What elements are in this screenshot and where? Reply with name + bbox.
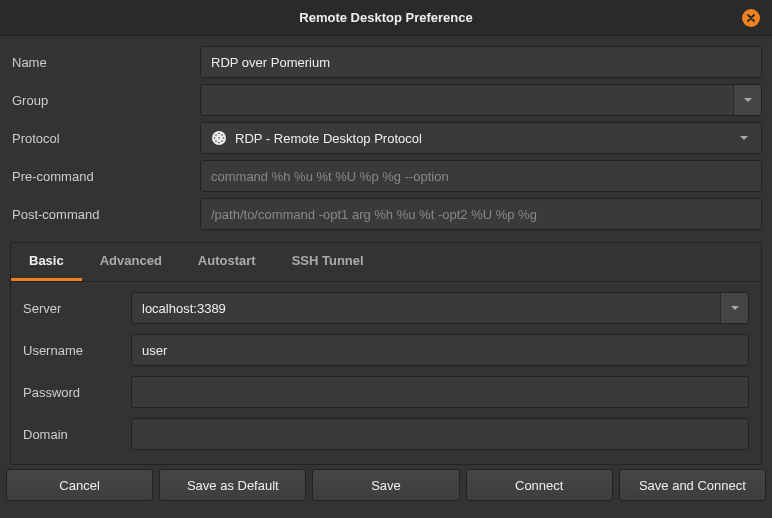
field-group: Group [10,84,762,116]
save-button[interactable]: Save [312,469,459,501]
svg-point-2 [218,133,220,135]
server-combo[interactable] [131,292,749,324]
label-password: Password [23,385,131,400]
label-name: Name [10,55,200,70]
server-combo-button[interactable] [720,293,748,323]
field-server: Server [23,292,749,324]
svg-point-1 [218,137,220,139]
pre-command-input[interactable] [200,160,762,192]
username-input[interactable] [131,334,749,366]
svg-point-8 [215,140,217,142]
chevron-down-icon [740,136,748,140]
svg-point-6 [215,134,217,136]
chevron-down-icon [731,306,739,310]
close-button[interactable] [742,9,760,27]
field-name: Name [10,46,762,78]
form-content: Name Group Protocol [0,36,772,465]
save-as-default-button[interactable]: Save as Default [159,469,306,501]
field-password: Password [23,376,749,408]
close-icon [746,13,756,23]
tab-basic[interactable]: Basic [11,243,82,281]
svg-point-3 [218,142,220,144]
titlebar-title: Remote Desktop Preference [299,10,472,25]
tab-advanced[interactable]: Advanced [82,243,180,281]
group-combo[interactable] [200,84,762,116]
field-domain: Domain [23,418,749,450]
connect-button[interactable]: Connect [466,469,613,501]
label-domain: Domain [23,427,131,442]
field-post-command: Post-command [10,198,762,230]
protocol-combo[interactable]: RDP - Remote Desktop Protocol [200,122,762,154]
field-protocol: Protocol [10,122,762,154]
name-input[interactable] [200,46,762,78]
protocol-combo-button[interactable] [727,123,761,153]
group-combo-button[interactable] [733,85,761,115]
tab-bar: Basic Advanced Autostart SSH Tunnel [11,243,761,282]
server-input[interactable] [132,292,720,324]
post-command-input[interactable] [200,198,762,230]
field-username: Username [23,334,749,366]
label-username: Username [23,343,131,358]
domain-input[interactable] [131,418,749,450]
label-protocol: Protocol [10,131,200,146]
group-combo-value [201,85,733,115]
label-pre-command: Pre-command [10,169,200,184]
titlebar: Remote Desktop Preference [0,0,772,36]
label-server: Server [23,301,131,316]
rdp-icon [211,130,227,146]
chevron-down-icon [744,98,752,102]
protocol-combo-value: RDP - Remote Desktop Protocol [235,131,422,146]
svg-point-9 [221,134,223,136]
svg-point-7 [221,140,223,142]
svg-point-4 [214,137,216,139]
button-bar: Cancel Save as Default Save Connect Save… [0,465,772,507]
password-input[interactable] [131,376,749,408]
label-post-command: Post-command [10,207,200,222]
tab-ssh-tunnel[interactable]: SSH Tunnel [274,243,382,281]
label-group: Group [10,93,200,108]
cancel-button[interactable]: Cancel [6,469,153,501]
save-and-connect-button[interactable]: Save and Connect [619,469,766,501]
basic-panel: Server Username Password [11,282,761,464]
field-pre-command: Pre-command [10,160,762,192]
tab-autostart[interactable]: Autostart [180,243,274,281]
tabs-container: Basic Advanced Autostart SSH Tunnel Serv… [10,242,762,465]
svg-point-5 [223,137,225,139]
